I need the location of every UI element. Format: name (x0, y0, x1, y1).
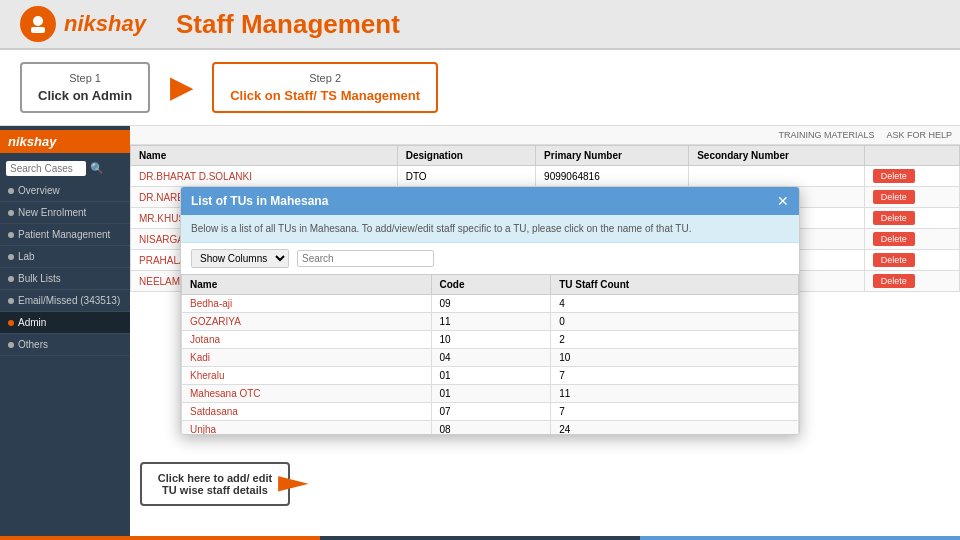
tu-count: 10 (551, 349, 799, 367)
sidebar-item-label: Patient Management (18, 229, 110, 240)
modal-close-button[interactable]: ✕ (777, 193, 789, 209)
sidebar-item-label: New Enrolment (18, 207, 86, 218)
sidebar-item-lab[interactable]: Lab (0, 246, 130, 268)
staff-action[interactable]: Delete (864, 229, 959, 250)
delete-button[interactable]: Delete (873, 232, 915, 246)
svg-rect-1 (31, 27, 45, 33)
tu-name[interactable]: Jotana (182, 331, 432, 349)
tu-code: 01 (431, 385, 551, 403)
step1-label: Step 1 (38, 72, 132, 84)
staff-action[interactable]: Delete (864, 166, 959, 187)
tu-name[interactable]: Bedha-aji (182, 295, 432, 313)
tu-col-name: Name (182, 275, 432, 295)
bottom-seg-2 (320, 536, 640, 540)
tu-name[interactable]: GOZARIYA (182, 313, 432, 331)
sidebar-item-email[interactable]: Email/Missed (343513) (0, 290, 130, 312)
sidebar-item-others[interactable]: Others (0, 334, 130, 356)
top-bar: TRAINING MATERIALS ASK FOR HELP (130, 126, 960, 145)
step2-box[interactable]: Step 2 Click on Staff/ TS Management (212, 62, 438, 113)
list-item: Satdasana 07 7 (182, 403, 799, 421)
sidebar-logo: nikshay (0, 130, 130, 153)
tu-code: 01 (431, 367, 551, 385)
dot-icon (8, 232, 14, 238)
sidebar-item-label: Lab (18, 251, 35, 262)
sidebar-item-new-enrolment[interactable]: New Enrolment (0, 202, 130, 224)
modal-header: List of TUs in Mahesana ✕ (181, 187, 799, 215)
sidebar-item-patient-management[interactable]: Patient Management (0, 224, 130, 246)
tu-count: 24 (551, 421, 799, 435)
list-item: Mahesana OTC 01 11 (182, 385, 799, 403)
staff-action[interactable]: Delete (864, 187, 959, 208)
sidebar-item-bulk-lists[interactable]: Bulk Lists (0, 268, 130, 290)
tu-name[interactable]: Unjha (182, 421, 432, 435)
sidebar-item-label: Bulk Lists (18, 273, 61, 284)
tu-count: 7 (551, 403, 799, 421)
ask-for-help-link[interactable]: ASK FOR HELP (886, 130, 952, 140)
modal-search-input[interactable] (297, 250, 434, 267)
list-item: Jotana 10 2 (182, 331, 799, 349)
delete-button[interactable]: Delete (873, 274, 915, 288)
tu-name[interactable]: Kheralu (182, 367, 432, 385)
logo-icon (20, 6, 56, 42)
main-content: nikshay 🔍 Overview New Enrolment Patient… (0, 126, 960, 536)
tu-code: 08 (431, 421, 551, 435)
sidebar-item-admin[interactable]: Admin (0, 312, 130, 334)
tu-col-count: TU Staff Count (551, 275, 799, 295)
header: nikshay Staff Management (0, 0, 960, 50)
tu-name[interactable]: Mahesana OTC (182, 385, 432, 403)
callout-arrow-icon: ▶ (278, 470, 308, 494)
callout-text: Click here to add/ edit TU wise staff de… (158, 472, 272, 496)
staff-action[interactable]: Delete (864, 250, 959, 271)
sidebar-item-label: Others (18, 339, 48, 350)
list-item: Kadi 04 10 (182, 349, 799, 367)
list-item: Bedha-aji 09 4 (182, 295, 799, 313)
list-item: Unjha 08 24 (182, 421, 799, 435)
sidebar: nikshay 🔍 Overview New Enrolment Patient… (0, 126, 130, 536)
col-designation: Designation (397, 146, 535, 166)
tu-count: 0 (551, 313, 799, 331)
sidebar-item-label: Admin (18, 317, 46, 328)
sidebar-item-overview[interactable]: Overview (0, 180, 130, 202)
tu-code: 07 (431, 403, 551, 421)
training-materials-link[interactable]: TRAINING MATERIALS (779, 130, 875, 140)
top-links: TRAINING MATERIALS ASK FOR HELP (779, 130, 952, 140)
tu-name[interactable]: Kadi (182, 349, 432, 367)
modal-description: Below is a list of all TUs in Mahesana. … (181, 215, 799, 243)
sidebar-search-input[interactable] (6, 161, 86, 176)
delete-button[interactable]: Delete (873, 253, 915, 267)
bottom-seg-1 (0, 536, 320, 540)
step1-action: Click on Admin (38, 88, 132, 103)
search-icon[interactable]: 🔍 (90, 162, 104, 175)
tu-count: 4 (551, 295, 799, 313)
staff-action[interactable]: Delete (864, 208, 959, 229)
step2-action: Click on Staff/ TS Management (230, 88, 420, 103)
tu-code: 04 (431, 349, 551, 367)
dot-icon (8, 276, 14, 282)
dot-icon (8, 254, 14, 260)
staff-action[interactable]: Delete (864, 271, 959, 292)
tu-count: 11 (551, 385, 799, 403)
logo-area: nikshay (20, 6, 146, 42)
arrow-icon: ▶ (170, 71, 192, 104)
dot-icon (8, 188, 14, 194)
sidebar-search-area: 🔍 (0, 157, 130, 180)
modal-controls: Show Columns (181, 243, 799, 274)
delete-button[interactable]: Delete (873, 169, 915, 183)
col-name: Name (131, 146, 398, 166)
tu-code: 10 (431, 331, 551, 349)
staff-primary: 9099064816 (536, 166, 689, 187)
staff-name[interactable]: DR.BHARAT D.SOLANKI (131, 166, 398, 187)
dot-icon (8, 298, 14, 304)
tu-count: 2 (551, 331, 799, 349)
bottom-seg-3 (640, 536, 960, 540)
step1-box[interactable]: Step 1 Click on Admin (20, 62, 150, 113)
delete-button[interactable]: Delete (873, 190, 915, 204)
dot-icon (8, 210, 14, 216)
table-row: DR.BHARAT D.SOLANKI DTO 9099064816 Delet… (131, 166, 960, 187)
delete-button[interactable]: Delete (873, 211, 915, 225)
show-columns-select[interactable]: Show Columns (191, 249, 289, 268)
dot-icon (8, 342, 14, 348)
tu-name[interactable]: Satdasana (182, 403, 432, 421)
content-area: TRAINING MATERIALS ASK FOR HELP Name Des… (130, 126, 960, 536)
tu-count: 7 (551, 367, 799, 385)
